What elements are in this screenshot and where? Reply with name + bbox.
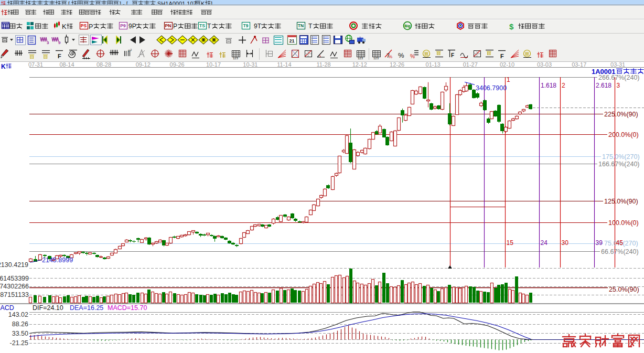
svg-text:09-12: 09-12 xyxy=(136,61,151,68)
svg-text:09-26: 09-26 xyxy=(170,61,185,68)
svg-text:561453399: 561453399 xyxy=(0,275,29,282)
svg-text:03-31: 03-31 xyxy=(610,61,625,68)
svg-text:9T: 9T xyxy=(254,23,262,30)
svg-text:%: % xyxy=(410,54,415,59)
svg-text:07-31: 07-31 xyxy=(28,61,43,68)
svg-text:MACD: MACD xyxy=(0,304,14,312)
svg-text:P: P xyxy=(89,23,93,30)
svg-text:T9: T9 xyxy=(243,23,249,28)
svg-text:MACD=15.70: MACD=15.70 xyxy=(108,304,147,312)
svg-text:K: K xyxy=(1,63,6,70)
svg-text:08-28: 08-28 xyxy=(96,61,111,68)
svg-text:21: 21 xyxy=(289,38,294,44)
svg-text:1A0001: 1A0001 xyxy=(592,68,616,76)
svg-text:-21.25: -21.25 xyxy=(10,339,28,347)
svg-text:187151133: 187151133 xyxy=(0,291,29,298)
svg-text:2145.8999: 2145.8999 xyxy=(42,256,73,264)
svg-text:1: 1 xyxy=(507,76,510,83)
svg-text:33.50: 33.50 xyxy=(12,330,28,337)
svg-text:30: 30 xyxy=(562,239,569,247)
svg-text:TS: TS xyxy=(199,23,205,28)
svg-text:%: % xyxy=(398,51,404,59)
svg-text:123: 123 xyxy=(358,57,363,60)
svg-text:08-14: 08-14 xyxy=(59,61,74,68)
svg-text:15: 15 xyxy=(507,239,514,247)
svg-text:3: 3 xyxy=(47,40,49,45)
svg-text:225.0%(90): 225.0%(90) xyxy=(604,111,638,118)
svg-text:03-03: 03-03 xyxy=(537,61,552,68)
svg-text:10-31: 10-31 xyxy=(243,61,257,68)
svg-text:11-14: 11-14 xyxy=(277,61,291,68)
svg-text:374302266: 374302266 xyxy=(0,283,29,290)
svg-text:02-10: 02-10 xyxy=(500,61,514,68)
svg-text:200.0%(0): 200.0%(0) xyxy=(608,131,639,138)
svg-text:10-17: 10-17 xyxy=(206,61,221,68)
svg-text:39: 39 xyxy=(596,239,603,247)
svg-text:3406.7900: 3406.7900 xyxy=(476,84,507,92)
svg-text:143.02: 143.02 xyxy=(8,311,28,318)
svg-text:3: 3 xyxy=(617,82,620,89)
svg-text:T: T xyxy=(207,23,211,30)
svg-text:100.0%(0): 100.0%(0) xyxy=(608,219,639,227)
svg-text:12-26: 12-26 xyxy=(390,61,404,68)
svg-text:Big: Big xyxy=(404,24,410,28)
svg-text:03-17: 03-17 xyxy=(572,61,586,68)
svg-text:123: 123 xyxy=(373,57,379,60)
svg-text:2130.4219: 2130.4219 xyxy=(0,261,28,269)
svg-text:11-28: 11-28 xyxy=(316,61,330,68)
svg-text:DEA=16.25: DEA=16.25 xyxy=(70,304,103,312)
svg-text:45: 45 xyxy=(616,239,624,247)
svg-text:12-12: 12-12 xyxy=(352,61,367,68)
svg-text:166.67%(240): 166.67%(240) xyxy=(598,161,640,168)
svg-text:P: P xyxy=(173,23,177,30)
svg-text:25.0%(90): 25.0%(90) xyxy=(609,286,639,293)
svg-text:PS: PS xyxy=(81,23,87,28)
svg-text:123: 123 xyxy=(233,57,239,60)
svg-text:125.0%(90): 125.0%(90) xyxy=(604,198,638,205)
svg-text:T: T xyxy=(308,23,313,30)
svg-text:9P: 9P xyxy=(128,23,136,30)
svg-text:01-27: 01-27 xyxy=(463,61,478,68)
svg-text:TN: TN xyxy=(298,23,304,28)
svg-text:PN: PN xyxy=(165,23,171,28)
svg-text:01-13: 01-13 xyxy=(426,61,441,68)
svg-text:n²: n² xyxy=(128,48,132,53)
svg-text:P9: P9 xyxy=(120,23,126,28)
svg-text:2.618: 2.618 xyxy=(596,82,611,89)
svg-text:F: F xyxy=(451,52,454,58)
svg-text:66.67%(240): 66.67%(240) xyxy=(601,248,639,255)
svg-text:F: F xyxy=(58,53,61,59)
svg-text:175.0%(270): 175.0%(270) xyxy=(602,153,640,161)
svg-text:$: $ xyxy=(509,22,514,31)
svg-text:88.26: 88.26 xyxy=(12,320,28,328)
svg-text:%: % xyxy=(388,54,392,59)
svg-text:F: F xyxy=(500,53,504,59)
svg-text:9: 9 xyxy=(58,40,61,45)
svg-text:2: 2 xyxy=(562,82,565,89)
svg-text:1.618: 1.618 xyxy=(541,82,556,89)
svg-text:24: 24 xyxy=(541,239,548,247)
svg-text:K: K xyxy=(62,23,67,30)
svg-text:DIF=24.10: DIF=24.10 xyxy=(33,304,63,312)
